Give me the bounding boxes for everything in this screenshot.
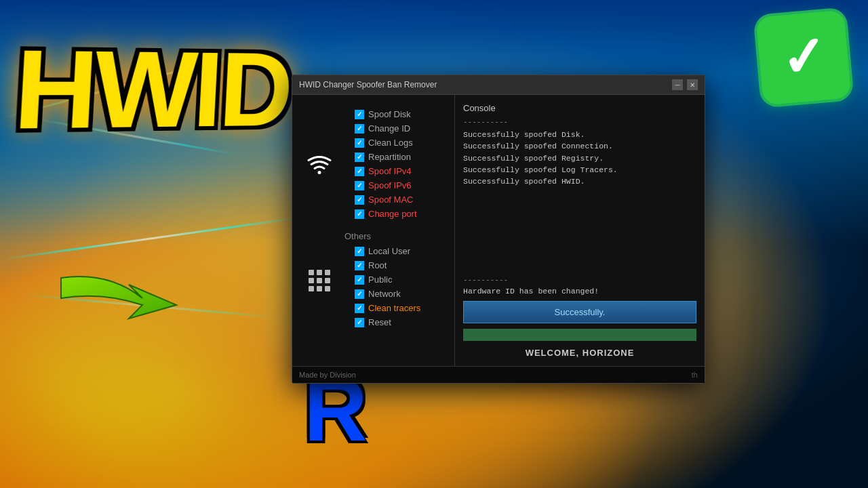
item-label-root: Root bbox=[368, 260, 387, 270]
app-window: HWID Changer Spoofer Ban Remover ─ ✕ bbox=[292, 75, 705, 384]
minimize-button[interactable]: ─ bbox=[672, 79, 683, 90]
console-line-2: Successfully spoofed Connection. bbox=[463, 142, 613, 150]
right-panel: Console ---------- Successfully spoofed … bbox=[455, 95, 705, 366]
app-content: ✓ Spoof Disk ✓ Change ID ✓ Clean Logs ✓ … bbox=[292, 95, 705, 366]
wifi-checklist-group: ✓ Spoof Disk ✓ Change ID ✓ Clean Logs ✓ … bbox=[344, 107, 427, 221]
list-item: ✓ Local User bbox=[344, 244, 431, 258]
console-line-4: Successfully spoofed Log Tracers. bbox=[463, 165, 618, 174]
close-button[interactable]: ✕ bbox=[687, 79, 698, 90]
svg-rect-1 bbox=[309, 270, 314, 275]
checkbox-clean-tracers[interactable]: ✓ bbox=[355, 304, 364, 313]
list-item: ✓ Network bbox=[344, 287, 431, 301]
console-divider-2: ---------- bbox=[463, 275, 696, 284]
list-item: ✓ Spoof Disk bbox=[344, 107, 427, 121]
checkbox-reset[interactable]: ✓ bbox=[355, 318, 364, 327]
svg-point-0 bbox=[318, 171, 321, 174]
checkbox-local-user[interactable]: ✓ bbox=[355, 247, 364, 256]
item-label-change-port: Change port bbox=[368, 209, 417, 219]
item-label-spoof-disk: Spoof Disk bbox=[368, 109, 411, 119]
list-item: ✓ Spoof MAC bbox=[344, 192, 427, 207]
console-output: Successfully spoofed Disk. Successfully … bbox=[463, 129, 696, 272]
svg-rect-7 bbox=[309, 286, 314, 291]
item-label-local-user: Local User bbox=[368, 246, 410, 256]
version-label: th bbox=[692, 371, 698, 379]
list-item: ✓ Change ID bbox=[344, 121, 427, 136]
item-label-public: Public bbox=[368, 274, 392, 285]
console-title: Console bbox=[463, 103, 696, 113]
item-label-clean-tracers: Clean tracers bbox=[368, 303, 420, 313]
list-item: ✓ Clean Logs bbox=[344, 136, 427, 150]
checkbox-root[interactable]: ✓ bbox=[355, 261, 364, 270]
item-label-clean-logs: Clean Logs bbox=[368, 138, 413, 148]
console-divider-1: ---------- bbox=[463, 117, 696, 126]
item-label-spoof-ipv4: Spoof IPv4 bbox=[368, 166, 412, 176]
item-label-spoof-ipv6: Spoof IPv6 bbox=[368, 180, 412, 190]
list-item: ✓ Spoof IPv6 bbox=[344, 178, 427, 192]
checkbox-spoof-mac[interactable]: ✓ bbox=[355, 195, 364, 205]
list-item: ✓ Public bbox=[344, 272, 431, 287]
list-item: ✓ Root bbox=[344, 258, 431, 272]
others-checklist-group: Others ✓ Local User ✓ Root ✓ Public ✓ bbox=[344, 231, 431, 329]
wifi-section: ✓ Spoof Disk ✓ Change ID ✓ Clean Logs ✓ … bbox=[292, 100, 454, 228]
hardware-changed-msg: Hardware ID has been changed! bbox=[463, 287, 696, 296]
left-panel: ✓ Spoof Disk ✓ Change ID ✓ Clean Logs ✓ … bbox=[292, 95, 455, 366]
checkbox-spoof-ipv4[interactable]: ✓ bbox=[355, 167, 364, 176]
window-controls: ─ ✕ bbox=[672, 79, 698, 90]
console-line-5: Successfully spoofed HWID. bbox=[463, 177, 585, 186]
checkbox-clean-logs[interactable]: ✓ bbox=[355, 138, 364, 148]
arrow-graphic bbox=[54, 258, 190, 342]
wifi-icon-container bbox=[302, 152, 336, 176]
svg-rect-6 bbox=[325, 278, 330, 283]
hwid-title: HWID bbox=[12, 39, 292, 141]
window-title: HWID Changer Spoofer Ban Remover bbox=[299, 80, 437, 89]
welcome-text: WELCOME, HORIZONE bbox=[463, 348, 696, 358]
list-item: ✓ Clean tracers bbox=[344, 301, 431, 315]
list-item: ✓ Repartition bbox=[344, 150, 427, 164]
item-label-spoof-mac: Spoof MAC bbox=[368, 195, 413, 205]
console-line-1: Successfully spoofed Disk. bbox=[463, 130, 585, 139]
item-label-reset: Reset bbox=[368, 317, 391, 327]
svg-rect-4 bbox=[309, 278, 314, 283]
checkbox-public[interactable]: ✓ bbox=[355, 275, 364, 285]
checkbox-repartition[interactable]: ✓ bbox=[355, 152, 364, 162]
item-label-repartition: Repartition bbox=[368, 152, 411, 162]
console-line-3: Successfully spoofed Registry. bbox=[463, 154, 604, 163]
list-item: ✓ Change port bbox=[344, 207, 427, 221]
others-section: Others ✓ Local User ✓ Root ✓ Public ✓ bbox=[292, 228, 454, 333]
checkbox-change-port[interactable]: ✓ bbox=[355, 209, 364, 219]
list-item: ✓ Reset bbox=[344, 315, 431, 329]
bottom-bar: Made by Division th bbox=[292, 366, 705, 383]
others-label: Others bbox=[344, 231, 431, 241]
svg-rect-3 bbox=[325, 270, 330, 275]
title-bar: HWID Changer Spoofer Ban Remover ─ ✕ bbox=[292, 75, 705, 95]
wifi-icon bbox=[306, 152, 333, 176]
item-label-network: Network bbox=[368, 289, 401, 299]
success-button[interactable]: Successfully. bbox=[463, 301, 696, 323]
svg-rect-2 bbox=[317, 270, 322, 275]
grid-icon bbox=[307, 268, 332, 293]
checkmark-badge bbox=[756, 10, 852, 106]
svg-rect-5 bbox=[317, 278, 322, 283]
checkbox-network[interactable]: ✓ bbox=[355, 289, 364, 299]
made-by-label: Made by Division bbox=[299, 371, 356, 379]
progress-bar bbox=[463, 329, 696, 341]
svg-rect-9 bbox=[325, 286, 330, 291]
checkbox-spoof-ipv6[interactable]: ✓ bbox=[355, 181, 364, 190]
checkbox-change-id[interactable]: ✓ bbox=[355, 124, 364, 134]
list-item: ✓ Spoof IPv4 bbox=[344, 164, 427, 178]
grid-icon-container bbox=[302, 268, 336, 293]
item-label-change-id: Change ID bbox=[368, 123, 410, 134]
svg-rect-8 bbox=[317, 286, 322, 291]
checkbox-spoof-disk[interactable]: ✓ bbox=[355, 110, 364, 119]
